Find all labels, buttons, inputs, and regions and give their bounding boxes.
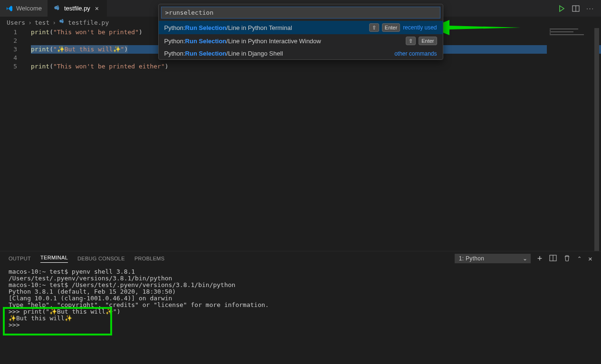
split-terminal-icon[interactable] xyxy=(549,254,557,263)
trash-icon[interactable] xyxy=(563,255,571,263)
terminal-line: [Clang 10.0.1 (clang-1001.0.46.4)] on da… xyxy=(9,295,592,302)
tab-label: testfile.py xyxy=(64,5,90,12)
breadcrumb-part[interactable]: testfile.py xyxy=(68,19,109,26)
tab-label: Welcome xyxy=(16,5,42,12)
keyboard-key: Enter xyxy=(419,37,437,45)
svg-point-0 xyxy=(56,6,57,7)
palette-item[interactable]: Python: Run Selection/Line in Python Ter… xyxy=(159,21,443,34)
tab-testfile[interactable]: testfile.py × xyxy=(48,0,107,17)
command-input[interactable] xyxy=(161,7,440,19)
close-panel-icon[interactable]: × xyxy=(588,255,592,263)
terminal-select[interactable]: 1: Python ⌄ xyxy=(455,254,531,263)
code-editor[interactable]: 12345 print("This won't be printed")prin… xyxy=(0,28,601,251)
chevron-right-icon: › xyxy=(52,19,56,26)
terminal-line: >>> xyxy=(9,322,592,328)
chevron-right-icon: › xyxy=(28,19,32,26)
breadcrumb-part[interactable]: test xyxy=(35,19,49,26)
minimap[interactable] xyxy=(547,28,599,251)
split-editor-icon[interactable] xyxy=(572,5,580,12)
terminal-line: Type "help", "copyright", "credits" or "… xyxy=(9,302,592,308)
chevron-up-icon[interactable]: ⌃ xyxy=(577,256,582,262)
terminal-body[interactable]: macos-10:~ test$ pyenv shell 3.8.1/Users… xyxy=(0,266,601,331)
close-icon[interactable]: × xyxy=(93,5,101,12)
panel-tab-debug[interactable]: DEBUG CONSOLE xyxy=(77,256,125,261)
palette-item[interactable]: Python: Run Selection/Line in Python Int… xyxy=(159,34,443,48)
breadcrumb-part[interactable]: Users xyxy=(7,19,25,26)
new-terminal-icon[interactable]: + xyxy=(537,254,543,264)
vscode-icon xyxy=(6,5,13,12)
terminal-line: ✨But this will✨ xyxy=(9,315,592,322)
chevron-down-icon: ⌄ xyxy=(523,255,527,262)
keyboard-key: Enter xyxy=(382,23,400,32)
panel-tab-output[interactable]: OUTPUT xyxy=(9,256,31,261)
python-icon xyxy=(59,19,65,26)
terminal-line: macos-10:~ test$ /Users/test/.pyenv/vers… xyxy=(9,282,592,288)
code-line[interactable]: print("This won't be printed either") xyxy=(31,62,601,71)
line-gutter: 12345 xyxy=(0,28,24,71)
tab-welcome[interactable]: Welcome xyxy=(0,0,48,17)
panel-tab-problems[interactable]: PROBLEMS xyxy=(134,256,165,261)
terminal-line: /Users/test/.pyenv/versions/3.8.1/bin/py… xyxy=(9,275,592,282)
terminal-line: macos-10:~ test$ pyenv shell 3.8.1 xyxy=(9,268,592,275)
keyboard-key: ⇧ xyxy=(406,37,416,45)
more-icon[interactable]: ··· xyxy=(586,5,594,12)
run-icon[interactable] xyxy=(558,5,565,12)
terminal-line: Python 3.8.1 (default, Feb 15 2020, 18:3… xyxy=(9,288,592,295)
palette-item[interactable]: Python: Run Selection/Line in Django She… xyxy=(159,48,443,59)
command-palette: Python: Run Selection/Line in Python Ter… xyxy=(158,4,443,60)
keyboard-key: ⇧ xyxy=(369,23,379,32)
terminal-line: >>> print("✨But this will✨") xyxy=(9,308,592,315)
palette-hint: recently used xyxy=(403,24,437,31)
palette-hint: other commands xyxy=(394,50,437,57)
bottom-panel: OUTPUT TERMINAL DEBUG CONSOLE PROBLEMS 1… xyxy=(0,251,601,364)
panel-tabs: OUTPUT TERMINAL DEBUG CONSOLE PROBLEMS 1… xyxy=(0,251,601,266)
panel-tab-terminal[interactable]: TERMINAL xyxy=(40,255,68,263)
python-icon xyxy=(54,5,61,12)
